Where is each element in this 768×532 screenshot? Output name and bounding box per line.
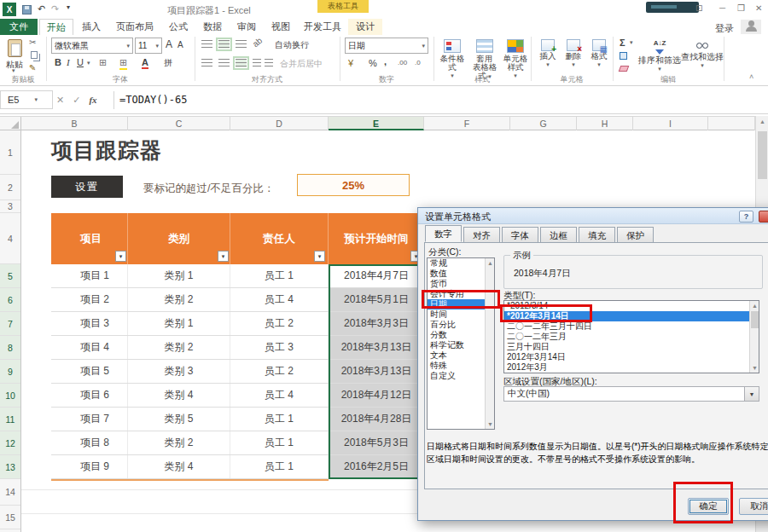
insert-cells-button[interactable]: + 插入 ▾ — [536, 39, 560, 69]
cell-project[interactable]: 项目 5 — [51, 360, 128, 383]
filter-dropdown-icon[interactable]: ▾ — [218, 251, 229, 262]
enter-entry-icon[interactable]: ✓ — [73, 95, 80, 106]
autosum-icon[interactable]: Σ — [620, 38, 625, 48]
settings-button[interactable]: 设置 — [51, 176, 123, 198]
row-header-2[interactable]: 2 — [0, 175, 20, 200]
cell-category[interactable]: 类别 1 — [128, 312, 230, 335]
row-header-13[interactable]: 13 — [0, 455, 20, 479]
cell-owner[interactable]: 员工 1 — [230, 408, 329, 431]
type-scrollbar[interactable]: ▲ ▼ — [749, 301, 759, 373]
cell-start-date[interactable]: 2018年5月3日 — [329, 431, 424, 454]
cell-owner[interactable]: 员工 1 — [230, 431, 329, 454]
copy-icon[interactable] — [31, 51, 38, 59]
column-header-i[interactable]: I — [633, 117, 708, 130]
cell-category[interactable]: 类别 4 — [128, 384, 230, 407]
sort-filter-button[interactable]: A↓Z 排序和筛选 ▾ — [638, 39, 681, 73]
underline-dropdown-icon[interactable]: ▾ — [87, 60, 90, 66]
row-header-5[interactable]: 5 — [0, 264, 20, 288]
cell-category[interactable]: 类别 2 — [128, 431, 230, 454]
cell-category[interactable]: 类别 4 — [128, 455, 230, 478]
column-header-f[interactable]: F — [424, 117, 510, 130]
cell-category[interactable]: 类别 1 — [128, 264, 230, 287]
cancel-entry-icon[interactable]: ✕ — [56, 95, 64, 106]
shrink-font-icon[interactable]: A — [177, 40, 183, 49]
save-icon[interactable] — [22, 5, 32, 14]
cell-project[interactable]: 项目 4 — [51, 336, 128, 359]
font-color-icon[interactable]: A — [142, 57, 148, 69]
user-avatar-icon[interactable] — [741, 20, 761, 34]
redo-icon[interactable]: ↷ — [51, 3, 59, 14]
dialog-tab-alignment[interactable]: 对齐 — [463, 227, 500, 242]
column-header-e[interactable]: E — [329, 117, 424, 130]
align-center-icon[interactable] — [218, 59, 230, 67]
number-format-select[interactable]: 日期▾ — [345, 38, 428, 54]
tab-design[interactable]: 设计 — [348, 19, 382, 35]
dialog-tab-border[interactable]: 边框 — [540, 227, 577, 242]
underline-button[interactable]: U — [77, 57, 84, 67]
tab-insert[interactable]: 插入 — [75, 19, 108, 35]
formula-input[interactable]: =TODAY()-65 — [119, 94, 187, 106]
select-all-corner[interactable] — [0, 117, 21, 130]
row-header-11[interactable]: 11 — [0, 408, 20, 431]
cell-owner[interactable]: 员工 2 — [230, 360, 329, 383]
dialog-tab-number[interactable]: 数字 — [425, 225, 462, 242]
row-header-8[interactable]: 8 — [0, 336, 20, 360]
type-item[interactable]: 三月十四日 — [504, 342, 759, 352]
orientation-icon[interactable]: ab — [251, 36, 265, 49]
locale-select[interactable]: 中文(中国) ▼ — [503, 386, 759, 402]
category-scrollbar[interactable]: ▲ ▼ — [485, 258, 494, 429]
insert-function-icon[interactable]: fx — [89, 95, 96, 105]
tab-view[interactable]: 视图 — [265, 19, 297, 35]
cell-owner[interactable]: 员工 2 — [230, 312, 329, 335]
cell-owner[interactable]: 员工 1 — [230, 455, 329, 478]
name-box[interactable]: E5 ▾ — [0, 90, 53, 109]
scroll-down-icon[interactable]: ▼ — [486, 421, 495, 427]
cell-project[interactable]: 项目 3 — [51, 312, 128, 335]
comma-style-icon[interactable]: , — [384, 56, 387, 66]
scrollbar-thumb[interactable] — [751, 311, 759, 328]
cell-start-date[interactable]: 2016年2月5日 — [329, 455, 424, 478]
cell-project[interactable]: 项目 6 — [51, 384, 128, 407]
row-header-10[interactable]: 10 — [0, 384, 20, 408]
type-item[interactable]: 2012年3月 — [504, 362, 759, 373]
row-header-9[interactable]: 9 — [0, 360, 20, 384]
cell-project[interactable]: 项目 2 — [51, 288, 128, 311]
increase-indent-icon[interactable] — [265, 59, 273, 67]
grow-font-icon[interactable]: A — [166, 38, 172, 50]
cell-category[interactable]: 类别 2 — [128, 288, 230, 311]
type-item-selected[interactable]: *2012年3月14日 — [504, 311, 759, 321]
align-middle-icon[interactable] — [218, 40, 230, 49]
align-right-icon[interactable] — [236, 59, 247, 67]
tab-data[interactable]: 数据 — [196, 19, 229, 35]
cell-start-date[interactable]: 2018年3月13日 — [329, 360, 424, 383]
cut-icon[interactable]: ✂ — [29, 38, 36, 47]
cell-start-date-active[interactable]: 2018年4月7日 — [329, 264, 424, 287]
row-header-3[interactable]: 3 — [0, 200, 20, 213]
tab-file[interactable]: 文件 — [0, 19, 38, 35]
percent-style-icon[interactable]: % — [369, 58, 377, 68]
cell-category[interactable]: 类别 3 — [128, 360, 230, 383]
column-header-g[interactable]: G — [510, 117, 577, 130]
column-header-b[interactable]: B — [21, 117, 128, 130]
format-painter-icon[interactable]: ✎ — [29, 63, 36, 72]
type-item[interactable]: 2012年3月14日 — [504, 352, 759, 362]
format-cells-button[interactable]: ▦ 格式 ▾ — [587, 39, 611, 69]
cell-category[interactable]: 类别 5 — [128, 408, 230, 431]
decrease-decimal-icon[interactable]: .0 — [415, 59, 421, 66]
row-header-4[interactable]: 4 — [0, 213, 20, 264]
row-header-1[interactable]: 1 — [0, 130, 20, 175]
autosum-dropdown-icon[interactable]: ▾ — [630, 39, 633, 46]
type-listbox[interactable]: *2012/3/14 *2012年3月14日 二〇一二年三月十四日 二〇一二年三… — [503, 300, 759, 373]
dialog-tab-protection[interactable]: 保护 — [617, 227, 654, 242]
find-select-button[interactable]: 查找和选择 ▾ — [681, 39, 724, 70]
cell-start-date[interactable]: 2018年3月13日 — [329, 336, 424, 359]
decrease-indent-icon[interactable] — [253, 59, 261, 67]
column-header-d[interactable]: D — [230, 117, 329, 130]
cell-start-date[interactable]: 2018年4月28日 — [329, 408, 424, 431]
row-header-6[interactable]: 6 — [0, 288, 20, 312]
column-header-h[interactable]: H — [577, 117, 633, 130]
threshold-value-cell[interactable]: 25% — [297, 174, 410, 196]
paste-icon[interactable] — [8, 39, 22, 57]
cell-owner[interactable]: 员工 3 — [230, 336, 329, 359]
increase-decimal-icon[interactable]: .00 — [398, 59, 407, 66]
